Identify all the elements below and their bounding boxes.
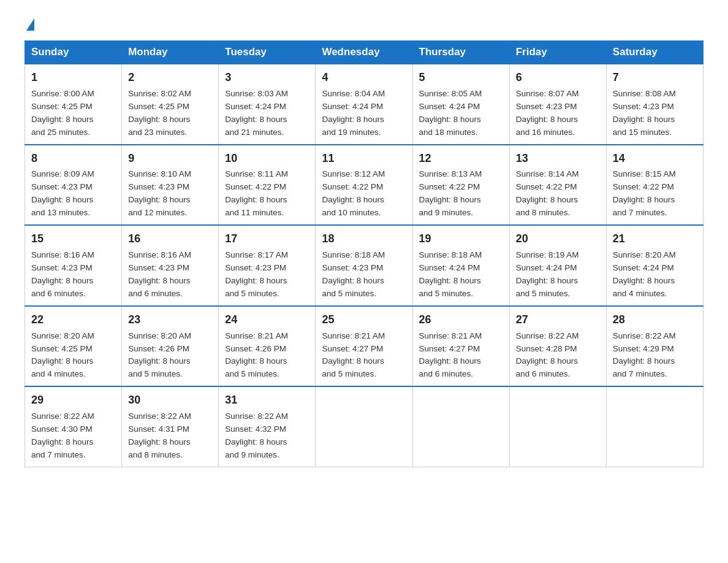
calendar-cell: 12Sunrise: 8:13 AMSunset: 4:22 PMDayligh… bbox=[412, 145, 509, 226]
day-number: 22 bbox=[31, 312, 115, 329]
logo-arrow-icon bbox=[26, 18, 34, 31]
day-number: 27 bbox=[516, 312, 600, 329]
calendar-cell: 24Sunrise: 8:21 AMSunset: 4:26 PMDayligh… bbox=[219, 306, 316, 387]
day-number: 29 bbox=[31, 392, 115, 409]
calendar-table: SundayMondayTuesdayWednesdayThursdayFrid… bbox=[25, 40, 703, 467]
header-wednesday: Wednesday bbox=[316, 41, 412, 64]
header-thursday: Thursday bbox=[412, 41, 509, 64]
calendar-week-row: 8Sunrise: 8:09 AMSunset: 4:23 PMDaylight… bbox=[25, 145, 703, 226]
calendar-cell: 16Sunrise: 8:16 AMSunset: 4:23 PMDayligh… bbox=[122, 225, 219, 306]
calendar-cell: 25Sunrise: 8:21 AMSunset: 4:27 PMDayligh… bbox=[316, 306, 412, 387]
day-number: 10 bbox=[225, 150, 309, 167]
header-friday: Friday bbox=[509, 41, 606, 64]
day-number: 9 bbox=[128, 150, 212, 167]
day-number: 15 bbox=[31, 231, 115, 248]
calendar-cell: 27Sunrise: 8:22 AMSunset: 4:28 PMDayligh… bbox=[509, 306, 606, 387]
logo-text bbox=[25, 18, 34, 32]
calendar-week-row: 29Sunrise: 8:22 AMSunset: 4:30 PMDayligh… bbox=[25, 386, 703, 467]
calendar-cell: 17Sunrise: 8:17 AMSunset: 4:23 PMDayligh… bbox=[219, 225, 316, 306]
calendar-cell: 15Sunrise: 8:16 AMSunset: 4:23 PMDayligh… bbox=[25, 225, 122, 306]
calendar-cell bbox=[412, 386, 509, 467]
day-number: 30 bbox=[128, 392, 212, 409]
day-number: 7 bbox=[613, 69, 697, 86]
day-number: 19 bbox=[419, 231, 503, 248]
day-number: 23 bbox=[128, 312, 212, 329]
day-number: 1 bbox=[31, 69, 115, 86]
day-number: 5 bbox=[419, 69, 503, 86]
calendar-cell: 30Sunrise: 8:22 AMSunset: 4:31 PMDayligh… bbox=[122, 386, 219, 467]
calendar-cell: 3Sunrise: 8:03 AMSunset: 4:24 PMDaylight… bbox=[219, 64, 316, 145]
day-number: 26 bbox=[419, 312, 503, 329]
logo bbox=[25, 18, 34, 28]
day-number: 8 bbox=[31, 150, 115, 167]
calendar-cell: 8Sunrise: 8:09 AMSunset: 4:23 PMDaylight… bbox=[25, 145, 122, 226]
calendar-cell: 26Sunrise: 8:21 AMSunset: 4:27 PMDayligh… bbox=[412, 306, 509, 387]
calendar-cell: 7Sunrise: 8:08 AMSunset: 4:23 PMDaylight… bbox=[606, 64, 703, 145]
day-number: 2 bbox=[128, 69, 212, 86]
calendar-cell: 21Sunrise: 8:20 AMSunset: 4:24 PMDayligh… bbox=[606, 225, 703, 306]
calendar-cell: 4Sunrise: 8:04 AMSunset: 4:24 PMDaylight… bbox=[316, 64, 412, 145]
calendar-cell: 18Sunrise: 8:18 AMSunset: 4:23 PMDayligh… bbox=[316, 225, 412, 306]
calendar-week-row: 22Sunrise: 8:20 AMSunset: 4:25 PMDayligh… bbox=[25, 306, 703, 387]
day-number: 3 bbox=[225, 69, 309, 86]
header-monday: Monday bbox=[122, 41, 219, 64]
calendar-cell: 29Sunrise: 8:22 AMSunset: 4:30 PMDayligh… bbox=[25, 386, 122, 467]
day-number: 6 bbox=[516, 69, 600, 86]
calendar-cell: 31Sunrise: 8:22 AMSunset: 4:32 PMDayligh… bbox=[219, 386, 316, 467]
day-number: 17 bbox=[225, 231, 309, 248]
calendar-week-row: 15Sunrise: 8:16 AMSunset: 4:23 PMDayligh… bbox=[25, 225, 703, 306]
calendar-cell: 1Sunrise: 8:00 AMSunset: 4:25 PMDaylight… bbox=[25, 64, 122, 145]
day-number: 20 bbox=[516, 231, 600, 248]
page-header bbox=[25, 18, 703, 28]
day-number: 18 bbox=[322, 231, 406, 248]
day-number: 12 bbox=[419, 150, 503, 167]
calendar-cell bbox=[606, 386, 703, 467]
day-number: 31 bbox=[225, 392, 309, 409]
day-number: 16 bbox=[128, 231, 212, 248]
calendar-cell: 10Sunrise: 8:11 AMSunset: 4:22 PMDayligh… bbox=[219, 145, 316, 226]
calendar-cell: 9Sunrise: 8:10 AMSunset: 4:23 PMDaylight… bbox=[122, 145, 219, 226]
day-number: 14 bbox=[613, 150, 697, 167]
calendar-cell: 5Sunrise: 8:05 AMSunset: 4:24 PMDaylight… bbox=[412, 64, 509, 145]
day-number: 25 bbox=[322, 312, 406, 329]
calendar-cell: 28Sunrise: 8:22 AMSunset: 4:29 PMDayligh… bbox=[606, 306, 703, 387]
calendar-cell bbox=[316, 386, 412, 467]
calendar-cell: 14Sunrise: 8:15 AMSunset: 4:22 PMDayligh… bbox=[606, 145, 703, 226]
day-number: 11 bbox=[322, 150, 406, 167]
calendar-cell: 6Sunrise: 8:07 AMSunset: 4:23 PMDaylight… bbox=[509, 64, 606, 145]
calendar-header-row: SundayMondayTuesdayWednesdayThursdayFrid… bbox=[25, 41, 703, 64]
day-number: 13 bbox=[516, 150, 600, 167]
calendar-cell: 13Sunrise: 8:14 AMSunset: 4:22 PMDayligh… bbox=[509, 145, 606, 226]
calendar-cell: 19Sunrise: 8:18 AMSunset: 4:24 PMDayligh… bbox=[412, 225, 509, 306]
calendar-cell: 2Sunrise: 8:02 AMSunset: 4:25 PMDaylight… bbox=[122, 64, 219, 145]
day-number: 24 bbox=[225, 312, 309, 329]
header-saturday: Saturday bbox=[606, 41, 703, 64]
calendar-week-row: 1Sunrise: 8:00 AMSunset: 4:25 PMDaylight… bbox=[25, 64, 703, 145]
calendar-cell: 22Sunrise: 8:20 AMSunset: 4:25 PMDayligh… bbox=[25, 306, 122, 387]
calendar-cell: 11Sunrise: 8:12 AMSunset: 4:22 PMDayligh… bbox=[316, 145, 412, 226]
calendar-cell bbox=[509, 386, 606, 467]
calendar-cell: 20Sunrise: 8:19 AMSunset: 4:24 PMDayligh… bbox=[509, 225, 606, 306]
day-number: 28 bbox=[613, 312, 697, 329]
header-sunday: Sunday bbox=[25, 41, 122, 64]
header-tuesday: Tuesday bbox=[219, 41, 316, 64]
day-number: 21 bbox=[613, 231, 697, 248]
calendar-cell: 23Sunrise: 8:20 AMSunset: 4:26 PMDayligh… bbox=[122, 306, 219, 387]
day-number: 4 bbox=[322, 69, 406, 86]
